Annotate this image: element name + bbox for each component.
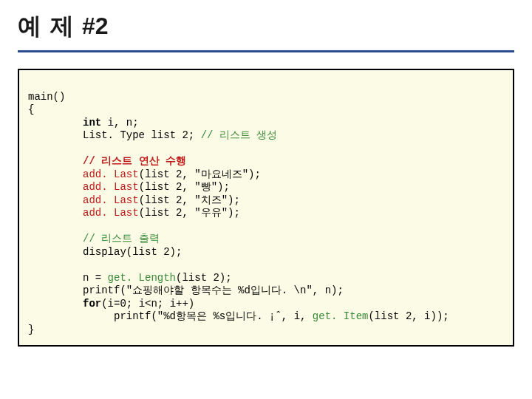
code-line: printf("쇼핑해야할 항목수는 %d입니다. \n", n); [28, 284, 504, 298]
code-line: int i, n; [28, 117, 504, 130]
title-number: #2 [82, 13, 109, 39]
keyword-int: int [83, 117, 101, 129]
slide-title: 예 제 #2 [18, 10, 514, 52]
code-line: List. Type list 2; // 리스트 생성 [28, 129, 504, 143]
code-line: main() [28, 91, 65, 103]
code-line: printf("%d항목은 %s입니다. ¡ˆ, i, get. Item(li… [28, 310, 504, 324]
code-line: { [28, 103, 34, 115]
comment: // 리스트 생성 [201, 129, 278, 141]
code-block: main() { int i, n;List. Type list 2; // … [18, 69, 514, 347]
code-line: add. Last(list 2, "우유"); [28, 207, 504, 220]
code-line: add. Last(list 2, "빵"); [28, 181, 504, 194]
keyword-for: for [83, 298, 101, 310]
code-line: for(i=0; i<n; i++) [28, 298, 504, 311]
code-line: add. Last(list 2, "치즈"); [28, 194, 504, 208]
code-line: add. Last(list 2, "마요네즈"); [28, 168, 504, 182]
title-korean: 예 제 [18, 13, 75, 39]
code-line: } [28, 324, 34, 335]
code-line: n = get. Length(list 2); [28, 272, 504, 285]
comment-heading: // 리스트 연산 수행 [28, 155, 504, 168]
comment: // 리스트 출력 [28, 233, 504, 246]
code-line: display(list 2); [28, 246, 504, 259]
